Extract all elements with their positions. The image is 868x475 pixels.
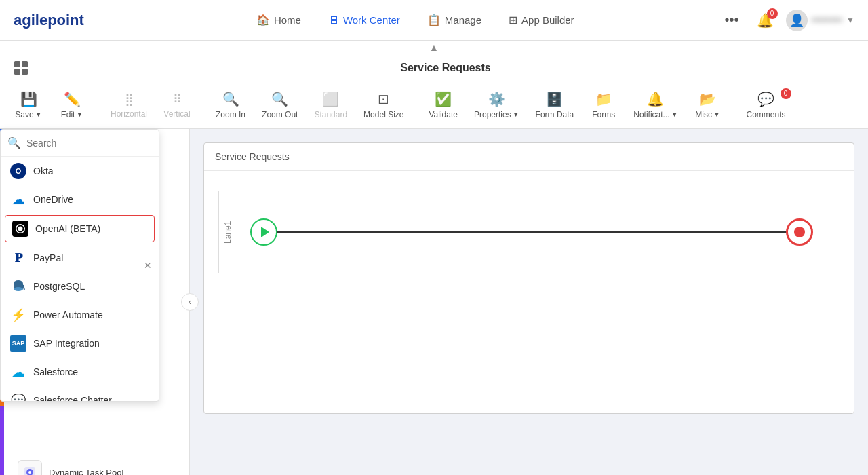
avatar: 👤 <box>786 10 808 31</box>
zoom-in-button[interactable]: 🔍 Zoom In <box>209 87 252 124</box>
list-item-openai[interactable]: OpenAI (BETA) ✕ <box>5 215 155 242</box>
standard-button[interactable]: ⬜ Standard <box>307 87 354 124</box>
list-item-power-automate[interactable]: ⚡ Power Automate <box>1 301 159 329</box>
edit-icon: ✏️ <box>64 91 81 107</box>
grid-nav-icon: ⊞ <box>509 14 517 26</box>
nav-home[interactable]: 🏠 Home <box>245 8 312 32</box>
nav-work-center-label: Work Center <box>343 14 400 26</box>
list-item-salesforce[interactable]: ☁ Salesforce <box>1 358 159 386</box>
user-menu[interactable]: 👤 •••••••••• ▼ <box>786 10 854 31</box>
sap-icon: SAP <box>10 335 26 352</box>
zoom-in-label: Zoom In <box>216 110 245 119</box>
chevron-left-icon: ‹ <box>189 297 191 307</box>
main-layout: 🔍 O Okta ☁ OneDrive OpenAI (BETA) <box>0 129 868 475</box>
sf-chatter-icon: 💬 <box>10 392 26 401</box>
model-size-label: Model Size <box>363 110 403 119</box>
comments-icon: 💬 <box>757 91 774 107</box>
lane-content <box>237 212 840 252</box>
page-title-bar: Service Requests <box>0 54 868 81</box>
properties-button[interactable]: ⚙️ Properties ▼ <box>467 87 526 124</box>
properties-label: Properties ▼ <box>474 110 519 119</box>
toolbar-sep-2 <box>203 92 203 119</box>
dynamic-task-pool-item[interactable]: Dynamic Task Pool <box>11 455 178 475</box>
canvas-title: Service Requests <box>215 151 290 162</box>
end-stop-icon <box>794 227 805 238</box>
canvas-header: Service Requests <box>204 143 854 171</box>
panel-collapse-button[interactable]: ‹ <box>181 293 199 311</box>
flow-line <box>277 231 800 233</box>
nav-app-builder[interactable]: ⊞ App Builder <box>498 8 585 32</box>
chevron-up-icon: ▲ <box>429 42 439 53</box>
nav-right: ••• 🔔 0 👤 •••••••••• ▼ <box>719 8 854 33</box>
close-openai-button[interactable]: ✕ <box>144 260 152 271</box>
power-automate-label: Power Automate <box>33 309 103 320</box>
nav-work-center[interactable]: 🖥 Work Center <box>317 9 411 32</box>
collapse-bar[interactable]: ▲ <box>0 41 868 54</box>
misc-icon: 📂 <box>699 91 716 107</box>
nav-more-button[interactable]: ••• <box>719 10 745 31</box>
list-item-paypal[interactable]: 𝐏 PayPal <box>1 244 159 272</box>
svg-point-6 <box>14 287 23 291</box>
user-name: •••••••••• <box>812 15 843 25</box>
nav-manage[interactable]: 📋 Manage <box>416 8 492 32</box>
list-item-postgresql[interactable]: PostgreSQL <box>1 272 159 301</box>
notifications-label: Notificat... ▼ <box>633 110 677 119</box>
vertical-button[interactable]: ⠿ Vertical <box>157 88 197 123</box>
model-size-button[interactable]: ⊡ Model Size <box>357 87 410 124</box>
standard-icon: ⬜ <box>322 91 339 107</box>
vertical-label: Vertical <box>163 109 190 119</box>
postgresql-icon <box>10 278 26 294</box>
svg-line-7 <box>23 285 24 290</box>
save-button[interactable]: 💾 Save ▼ <box>8 87 49 124</box>
vertical-icon: ⠿ <box>173 92 182 107</box>
list-item-okta[interactable]: O Okta <box>1 157 159 185</box>
properties-chevron-icon: ▼ <box>513 111 519 118</box>
edit-label: Edit ▼ <box>61 110 83 119</box>
grid-icon[interactable] <box>14 60 28 75</box>
edit-button[interactable]: ✏️ Edit ▼ <box>52 87 92 124</box>
dropdown-list: O Okta ☁ OneDrive OpenAI (BETA) ✕ 𝐏 P <box>1 157 159 401</box>
horizontal-button[interactable]: ⣿ Horizontal <box>104 88 154 123</box>
form-data-label: Form Data <box>536 110 574 119</box>
zoom-out-button[interactable]: 🔍 Zoom Out <box>255 87 304 124</box>
list-item-sap[interactable]: SAP SAP Integration <box>1 329 159 358</box>
notification-badge: 0 <box>767 8 778 19</box>
notifications-icon: 🔔 <box>647 91 664 107</box>
form-data-button[interactable]: 🗄️ Form Data <box>529 87 581 124</box>
list-item-onedrive[interactable]: ☁ OneDrive <box>1 185 159 214</box>
canvas-body: Lane1 <box>204 171 854 408</box>
forms-button[interactable]: 📁 Forms <box>583 87 624 124</box>
salesforce-icon: ☁ <box>10 364 26 380</box>
end-node[interactable] <box>786 218 813 246</box>
left-panel-bottom: Dynamic Task Pool Load Balancing Task <box>0 414 189 475</box>
start-node[interactable] <box>250 218 277 246</box>
logo[interactable]: agilepoint <box>14 12 84 29</box>
nav-items: 🏠 Home 🖥 Work Center 📋 Manage ⊞ App Buil… <box>111 8 719 32</box>
svg-rect-1 <box>22 61 28 67</box>
search-input[interactable] <box>26 138 152 149</box>
okta-label: Okta <box>33 166 54 176</box>
search-input-wrap: 🔍 <box>1 130 159 157</box>
misc-chevron-icon: ▼ <box>713 111 720 118</box>
lane-label: Lane1 <box>218 191 237 273</box>
notifications-button[interactable]: 🔔 Notificat... ▼ <box>627 87 684 124</box>
logo-text: agilepoint <box>14 12 84 29</box>
save-chevron-icon: ▼ <box>35 111 42 118</box>
save-icon: 💾 <box>20 91 37 107</box>
search-icon: 🔍 <box>7 136 21 149</box>
dynamic-task-pool-label: Dynamic Task Pool <box>49 468 123 476</box>
misc-button[interactable]: 📂 Misc ▼ <box>688 87 728 124</box>
paypal-label: PayPal <box>33 252 63 263</box>
toolbar-sep-3 <box>416 92 416 119</box>
canvas-area: Service Requests Lane1 <box>190 129 868 475</box>
toolbar-sep-4 <box>734 92 734 119</box>
notification-button[interactable]: 🔔 0 <box>753 8 778 33</box>
toolbar-sep-1 <box>98 92 98 119</box>
paypal-icon: 𝐏 <box>10 250 26 266</box>
list-item-sf-chatter[interactable]: 💬 Salesforce Chatter <box>1 386 159 401</box>
validate-button[interactable]: ✅ Validate <box>422 87 464 124</box>
save-label: Save ▼ <box>15 110 41 119</box>
notifications-chevron-icon: ▼ <box>671 111 678 118</box>
start-play-icon <box>261 227 269 238</box>
edit-chevron-icon: ▼ <box>76 111 83 118</box>
